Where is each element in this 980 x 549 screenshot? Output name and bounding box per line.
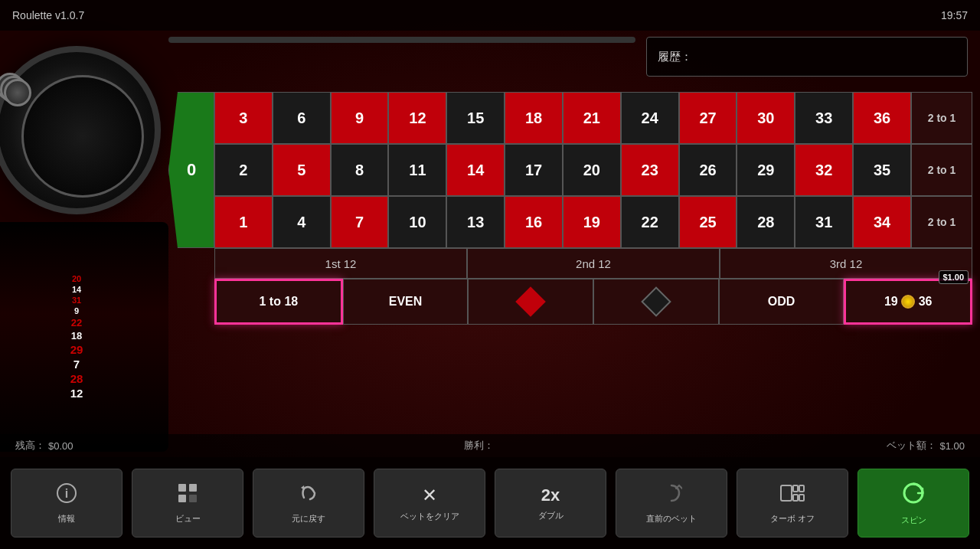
clock: 19:57 (941, 9, 968, 21)
num-cell-20[interactable]: 20 (563, 144, 621, 196)
undo-label: 元に戻す (292, 513, 325, 524)
num-cell-12[interactable]: 12 (388, 92, 446, 144)
num-cell-30[interactable]: 30 (737, 92, 795, 144)
bet-amount-badge: $1.00 (939, 270, 969, 284)
win-label: 勝利： (464, 439, 494, 453)
info-button[interactable]: i 情報 (11, 469, 122, 538)
num-cell-13[interactable]: 13 (446, 196, 505, 248)
num-cell-10[interactable]: 10 (388, 196, 446, 248)
repeat-label: 直前のベット (646, 513, 697, 524)
num-cell-33[interactable]: 33 (795, 92, 853, 144)
history-bar: 履歴： (646, 37, 968, 77)
dozen-row: 1st 122nd 123rd 12 (214, 248, 972, 279)
svg-rect-5 (189, 495, 197, 502)
num-cell-3[interactable]: 3 (214, 92, 273, 144)
spin-icon (901, 481, 926, 510)
num-cell-7[interactable]: 7 (331, 196, 389, 248)
num-cell-8[interactable]: 8 (331, 144, 389, 196)
turbo-button[interactable]: ターボ オフ (737, 469, 848, 538)
double-icon: 2x (541, 485, 560, 505)
outside-cell-0[interactable]: 1 to 18 (214, 279, 343, 325)
clear-button[interactable]: ✕ベットをクリア (374, 469, 485, 538)
num-cell-5[interactable]: 5 (273, 144, 331, 196)
dozen-cell-1[interactable]: 2nd 12 (467, 248, 720, 279)
bottom-controls: i 情報 ビュー 元に戻す✕ベットをクリア2xダブル 直前のベット ターボ オフ… (0, 457, 980, 549)
double-label: ダブル (538, 510, 564, 521)
num-cell-28[interactable]: 28 (737, 196, 795, 248)
num-cell-2[interactable]: 2 (214, 144, 273, 196)
clear-icon: ✕ (422, 485, 437, 506)
num-cell-34[interactable]: 34 (853, 196, 911, 248)
history-label: 履歴： (658, 50, 692, 64)
view-label: ビュー (175, 513, 201, 524)
black-diamond-icon (641, 286, 671, 317)
svg-rect-4 (178, 495, 186, 502)
num-cell-19[interactable]: 19 (563, 196, 621, 248)
two-to-one-mid[interactable]: 2 to 1 (911, 144, 972, 196)
number-rows: 0 36912151821242730333625811141720232629… (168, 92, 972, 248)
num-cell-27[interactable]: 27 (679, 92, 737, 144)
num-cell-4[interactable]: 4 (273, 196, 331, 248)
num-cell-26[interactable]: 26 (679, 144, 737, 196)
num-cell-32[interactable]: 32 (795, 144, 853, 196)
bet-value: $1.00 (939, 440, 965, 452)
num-cell-36[interactable]: 36 (853, 92, 911, 144)
num-cell-21[interactable]: 21 (563, 92, 621, 144)
spin-button[interactable]: スピン (858, 469, 969, 538)
outside-cell-label: 1 to 18 (259, 295, 298, 309)
num-cell-17[interactable]: 17 (505, 144, 563, 196)
dozen-cell-0[interactable]: 1st 12 (214, 248, 467, 279)
dozen-cell-2[interactable]: 3rd 12 (720, 248, 972, 279)
info-icon: i (56, 482, 77, 508)
svg-rect-3 (189, 484, 197, 492)
double-button[interactable]: 2xダブル (495, 469, 606, 538)
undo-button[interactable]: 元に戻す (253, 469, 364, 538)
num-cell-22[interactable]: 22 (621, 196, 679, 248)
outside-cell-1[interactable]: EVEN (343, 279, 469, 325)
balance-value: $0.00 (48, 440, 74, 452)
roulette-wheel (0, 46, 161, 214)
view-button[interactable]: ビュー (132, 469, 243, 538)
chip (4, 79, 31, 106)
clear-label: ベットをクリア (400, 511, 459, 522)
two-to-one-top[interactable]: 2 to 1 (911, 92, 972, 144)
outside-cell-label: EVEN (389, 295, 423, 309)
status-bar: 残高： $0.00 勝利： ベット額： $1.00 (0, 434, 980, 457)
outside-cell-2[interactable] (468, 279, 593, 325)
num-cell-25[interactable]: 25 (679, 196, 737, 248)
bet-label: ベット額： (887, 439, 936, 453)
svg-rect-2 (178, 484, 186, 492)
number-row-0: 369121518212427303336 (214, 92, 911, 144)
two-to-one-bot[interactable]: 2 to 1 (911, 196, 972, 248)
num-cell-35[interactable]: 35 (853, 144, 911, 196)
outside-cell-5[interactable]: $1.0019 36 (844, 279, 972, 325)
outside-cell-label: ODD (768, 295, 795, 309)
num-cell-31[interactable]: 31 (795, 196, 853, 248)
zero-cell[interactable]: 0 (168, 92, 214, 248)
view-icon (177, 482, 198, 508)
num-cell-29[interactable]: 29 (737, 144, 795, 196)
numbers-main: 3691215182124273033362581114172023262932… (214, 92, 911, 248)
svg-rect-10 (799, 495, 804, 501)
repeat-icon (661, 482, 682, 508)
num-cell-16[interactable]: 16 (505, 196, 563, 248)
progress-bar-container (168, 37, 635, 43)
num-cell-23[interactable]: 23 (621, 144, 679, 196)
outside-cell-3[interactable] (593, 279, 719, 325)
num-cell-9[interactable]: 9 (331, 92, 389, 144)
num-cell-14[interactable]: 14 (446, 144, 505, 196)
num-cell-6[interactable]: 6 (273, 92, 331, 144)
num-cell-24[interactable]: 24 (621, 92, 679, 144)
outside-cell-4[interactable]: ODD (719, 279, 844, 325)
turbo-label: ターボ オフ (770, 513, 815, 524)
outside-cell-label: 19 36 (884, 295, 933, 309)
two-to-one-column: 2 to 1 2 to 1 2 to 1 (911, 92, 972, 248)
num-cell-15[interactable]: 15 (446, 92, 505, 144)
num-cell-11[interactable]: 11 (388, 144, 446, 196)
num-cell-18[interactable]: 18 (505, 92, 563, 144)
svg-rect-7 (793, 485, 798, 492)
balance-label: 残高： (15, 439, 45, 453)
svg-rect-8 (793, 495, 798, 501)
repeat-button[interactable]: 直前のベット (616, 469, 727, 538)
num-cell-1[interactable]: 1 (214, 196, 273, 248)
